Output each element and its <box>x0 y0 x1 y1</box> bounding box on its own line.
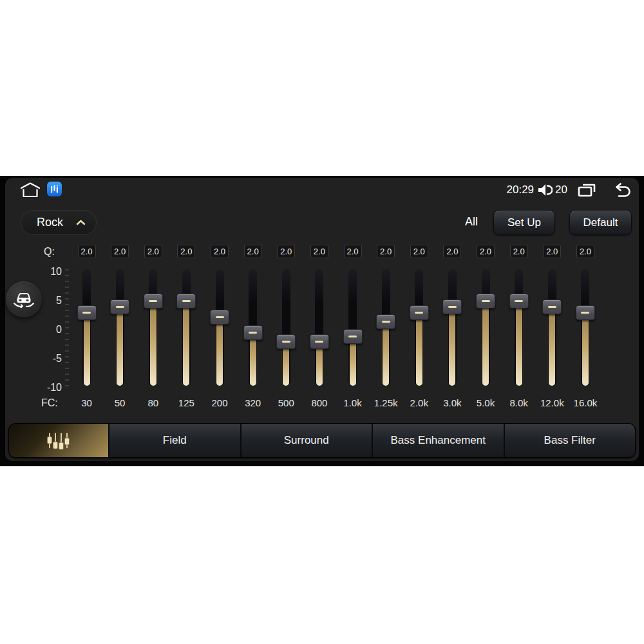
thumb-marker <box>548 306 556 308</box>
q-value-box[interactable]: 2.0 <box>477 245 495 258</box>
fc-value-label: 16.0k <box>565 397 606 408</box>
eq-band-slider[interactable] <box>542 269 562 386</box>
thumb-marker <box>82 312 91 314</box>
eq-band-slider[interactable] <box>209 269 230 386</box>
eq-band-slider[interactable] <box>309 269 330 386</box>
eq-band-slider[interactable] <box>176 269 196 386</box>
gain-scale-label: 10 <box>26 266 62 278</box>
tab-label: Surround <box>284 434 329 447</box>
eq-slider-thumb[interactable] <box>210 310 229 325</box>
q-value-box[interactable]: 2.0 <box>244 245 262 258</box>
gain-scale-tick <box>65 339 69 340</box>
slider-track-fill <box>416 312 422 386</box>
gain-scale-tick <box>65 374 69 375</box>
eq-band-slider[interactable] <box>442 269 462 386</box>
eq-slider-thumb[interactable] <box>576 305 595 320</box>
eq-slider-thumb[interactable] <box>476 294 495 308</box>
q-value-box[interactable]: 2.0 <box>78 245 96 258</box>
home-icon[interactable] <box>19 182 41 198</box>
slider-track-fill <box>516 301 522 386</box>
gain-scale-tick <box>65 292 69 294</box>
eq-slider-thumb[interactable] <box>276 334 296 349</box>
eq-slider-thumb[interactable] <box>176 294 196 308</box>
thumb-marker <box>348 336 357 337</box>
equalizer-sliders-icon <box>46 431 71 450</box>
eq-slider-thumb[interactable] <box>509 294 529 308</box>
gain-scale-label: -5 <box>26 353 62 365</box>
eq-slider-thumb[interactable] <box>410 305 429 320</box>
slider-track-fill <box>549 307 555 386</box>
tab-equalizer[interactable] <box>9 424 108 457</box>
eq-slider-thumb[interactable] <box>310 334 329 349</box>
car-head-unit-screen: 20:29 20 Rock All Set Up Default <box>0 176 644 466</box>
tab-field[interactable]: Field <box>108 424 240 457</box>
tab-surround[interactable]: Surround <box>240 424 372 457</box>
preset-label: Rock <box>37 216 63 229</box>
eq-band-slider[interactable] <box>243 269 263 386</box>
eq-band-slider[interactable] <box>276 269 296 386</box>
gain-scale-tick <box>65 316 69 317</box>
eq-band-slider[interactable] <box>475 269 496 386</box>
thumb-marker <box>382 321 390 323</box>
setup-button[interactable]: Set Up <box>493 210 555 235</box>
slider-track-fill <box>482 301 489 386</box>
gain-scale-tick <box>65 304 69 305</box>
gain-scale-tick <box>65 356 69 357</box>
gain-scale-tick <box>65 298 69 299</box>
q-value-box[interactable]: 2.0 <box>144 245 162 258</box>
eq-band-slider[interactable] <box>375 269 396 386</box>
tab-bass-filter[interactable]: Bass Filter <box>504 424 636 457</box>
q-value-box[interactable]: 2.0 <box>377 245 395 258</box>
eq-slider-thumb[interactable] <box>442 299 462 314</box>
q-value-box[interactable]: 2.0 <box>576 245 594 258</box>
eq-band-slider[interactable] <box>143 269 164 386</box>
gain-scale-tick <box>65 379 69 381</box>
sound-field-fab[interactable] <box>6 281 42 317</box>
q-value-box[interactable]: 2.0 <box>443 245 461 258</box>
q-value-box[interactable]: 2.0 <box>277 245 295 258</box>
gain-scale-tick <box>65 321 69 323</box>
q-value-box[interactable]: 2.0 <box>211 245 229 258</box>
car-sound-icon <box>13 290 35 309</box>
eq-slider-thumb[interactable] <box>110 299 129 314</box>
thumb-marker <box>149 300 157 302</box>
eq-band-slider[interactable] <box>109 269 130 386</box>
tab-bass-enhancement[interactable]: Bass Enhancement <box>372 424 504 457</box>
q-value-box[interactable]: 2.0 <box>111 245 129 258</box>
q-value-box[interactable]: 2.0 <box>310 245 328 258</box>
eq-slider-thumb[interactable] <box>343 329 363 344</box>
preset-dropdown[interactable]: Rock <box>21 210 97 235</box>
eq-app-icon[interactable] <box>47 182 62 196</box>
q-value-box[interactable]: 2.0 <box>543 245 561 258</box>
eq-band-slider[interactable] <box>509 269 529 386</box>
thumb-marker <box>249 332 257 334</box>
eq-slider-thumb[interactable] <box>243 325 263 340</box>
tab-label: Bass Filter <box>544 434 596 447</box>
eq-band-slider[interactable] <box>575 269 596 386</box>
q-value-box[interactable]: 2.0 <box>410 245 428 258</box>
slider-track-fill <box>383 321 389 386</box>
thumb-marker <box>581 312 589 314</box>
eq-band-slider[interactable] <box>77 269 97 386</box>
back-icon[interactable] <box>612 183 631 198</box>
eq-slider-thumb[interactable] <box>144 294 163 308</box>
eq-slider-thumb[interactable] <box>376 314 395 329</box>
thumb-marker <box>282 341 290 343</box>
q-value-box[interactable]: 2.0 <box>510 245 528 258</box>
thumb-marker <box>415 312 423 314</box>
eq-slider-thumb[interactable] <box>77 305 97 320</box>
eq-band-slider[interactable] <box>409 269 430 386</box>
thumb-marker <box>116 306 124 308</box>
gain-scale-tick <box>65 345 69 346</box>
eq-band-slider[interactable] <box>343 269 363 386</box>
slider-track-fill <box>582 312 589 386</box>
default-button[interactable]: Default <box>569 210 632 235</box>
tab-label: Field <box>163 434 187 447</box>
recent-apps-icon[interactable] <box>577 182 597 198</box>
eq-slider-thumb[interactable] <box>542 299 562 314</box>
fc-row-label: FC: <box>41 397 58 409</box>
q-value-box[interactable]: 2.0 <box>177 245 195 258</box>
q-value-box[interactable]: 2.0 <box>344 245 362 258</box>
thumb-marker <box>448 306 457 308</box>
gain-scale-label: -10 <box>26 382 62 393</box>
